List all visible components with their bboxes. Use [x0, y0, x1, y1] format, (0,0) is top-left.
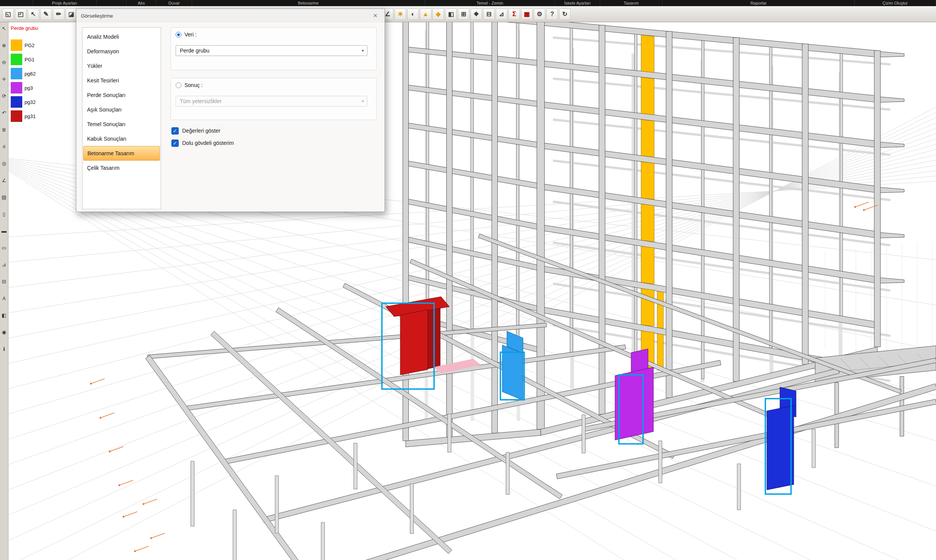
menu-item[interactable]: Çizim Oluştur [855, 0, 936, 6]
paint-icon[interactable]: ◧ [445, 8, 457, 20]
zoom-extents-icon[interactable]: ◱ [2, 8, 14, 20]
bulb-icon[interactable]: ◆ [433, 8, 444, 20]
sonuc-combobox[interactable]: Tüm yetersizlikler ▾ [176, 96, 367, 107]
shade-icon[interactable]: ◐ [407, 8, 419, 20]
checkbox-row-degerleri-goster[interactable]: ✓ Değerleri göster [171, 126, 220, 135]
checkbox-label: Değerleri göster [182, 128, 220, 134]
checkbox-degerleri-goster[interactable]: ✓ [171, 127, 179, 135]
camera-view-icon[interactable]: ◉ [0, 328, 8, 336]
stats-icon[interactable]: Σ [508, 8, 520, 20]
legend-item: pg32 [11, 96, 61, 108]
menu-item[interactable]: İskele Ayarları [555, 0, 600, 6]
warning-icon[interactable]: ▲ [420, 8, 431, 20]
left-toolbar: ↖⊕⊖✛⟳↶≣#◎∠▤▯▬▭⊿⊟A◧◉ℹ [0, 22, 8, 560]
legend-color-swatch [11, 39, 22, 51]
menu-item[interactable]: Temel - Zemin [425, 0, 555, 6]
legend-label: pg62 [25, 71, 36, 77]
wall-tool-icon[interactable]: ▤ [0, 193, 8, 201]
pan-icon[interactable]: ✛ [0, 75, 8, 83]
list-item-perde-sonuclari[interactable]: Perde Sonuçları [83, 88, 160, 102]
close-icon[interactable]: ✕ [370, 11, 380, 20]
help-icon[interactable]: ? [546, 8, 558, 20]
measure-tool-icon[interactable]: ∠ [0, 176, 8, 184]
slab-tool-icon[interactable]: ▭ [0, 244, 8, 251]
beam-tool-icon[interactable]: ▬ [0, 227, 8, 235]
list-item-kabuk-sonuclari[interactable]: Kabuk Sonuçları [83, 131, 160, 146]
list-item-deformasyon[interactable]: Deformasyon [83, 44, 160, 59]
select-tool-icon[interactable]: ↖ [0, 25, 8, 32]
legend-color-swatch [11, 54, 22, 65]
menu-item[interactable]: Raporlar [663, 0, 855, 6]
legend-item: pg31 [11, 110, 61, 122]
list-item-analiz-modeli[interactable]: Analiz Modeli [83, 30, 160, 44]
checkbox-row-dolu-govdeli[interactable]: ✓ Dolu gövdeli gösterim [171, 138, 234, 148]
list-item-temel-sonuclari[interactable]: Temel Sonuçları [83, 117, 160, 131]
layers-panel-icon[interactable]: ≣ [0, 126, 8, 133]
legend-label: pg32 [25, 99, 36, 105]
shear-wall-purple[interactable] [615, 349, 653, 440]
settings-icon[interactable]: ⚙ [534, 8, 545, 20]
right-deck[interactable] [815, 346, 936, 448]
menu-item[interactable]: Proje Ayarları [33, 0, 97, 6]
checkbox-dolu-govdeli-gosterim[interactable]: ✓ [171, 140, 179, 147]
dialog-title: Görselleştirme [81, 13, 370, 19]
menu-item[interactable]: Duvar [156, 0, 192, 6]
select-arrow-icon[interactable]: ↖ [28, 8, 39, 20]
table-icon[interactable]: ▦ [521, 8, 533, 20]
legend-item: pg62 [11, 68, 61, 79]
zoom-window-icon[interactable]: ◰ [15, 8, 26, 20]
legend-item: PG2 [11, 39, 61, 51]
previous-view-icon[interactable]: ↶ [0, 109, 8, 117]
section-tool-icon[interactable]: ⊟ [0, 278, 8, 285]
menu-item[interactable] [97, 0, 127, 6]
veri-radio-row[interactable]: Veri : [176, 31, 197, 38]
text-tool-icon[interactable]: A [0, 294, 8, 302]
list-item-betonarme-tasarim[interactable]: Betonarme Tasarım [83, 146, 160, 161]
check-icon: ✓ [173, 128, 177, 133]
veri-radio[interactable] [176, 32, 181, 38]
shear-wall-group-legend: Perde grubu PG2 PG1 pg62 pg3 pg32 pg31 [11, 25, 61, 125]
render-icon[interactable]: ❖ [470, 8, 482, 20]
zoom-in-icon[interactable]: ⊕ [0, 41, 8, 49]
draw-pencil-icon[interactable]: ✏ [53, 8, 64, 20]
visualization-category-list: Analiz Modeli Deformasyon Yükler Kesit T… [82, 27, 161, 209]
eraser-icon[interactable]: ◪ [66, 8, 77, 20]
orbit-icon[interactable]: ⟳ [0, 92, 8, 100]
refresh-icon[interactable]: ↻ [559, 8, 571, 20]
veri-combobox[interactable]: Perde grubu ▾ [176, 45, 367, 56]
sonuc-radio[interactable] [176, 82, 181, 88]
menubar: Proje AyarlarıAksDuvarBetonarmeTemel - Z… [0, 0, 936, 6]
grid-toggle-icon[interactable]: # [0, 143, 8, 150]
legend-label: pg3 [25, 85, 33, 91]
list-item-kesit-tesirleri[interactable]: Kesit Tesirleri [83, 73, 160, 88]
sonuc-group: Sonuç : Tüm yetersizlikler ▾ [171, 78, 377, 120]
list-item-asik-sonuclari[interactable]: Aşık Sonuçları [83, 102, 160, 117]
menu-item[interactable]: Tasarım [600, 0, 663, 6]
snap-toggle-icon[interactable]: ◎ [0, 159, 8, 167]
axes-icon[interactable]: ⊿ [496, 8, 507, 20]
menu-item[interactable] [0, 0, 33, 6]
check-icon: ✓ [173, 141, 177, 146]
info-icon[interactable]: ℹ [0, 345, 8, 353]
edit-pencil-icon[interactable]: ✎ [40, 8, 52, 20]
column-tool-icon[interactable]: ▯ [0, 210, 8, 218]
legend-label: PG2 [25, 43, 35, 48]
zoom-out-icon[interactable]: ⊖ [0, 58, 8, 66]
sonuc-combobox-value: Tüm yetersizlikler [180, 98, 362, 104]
menu-item[interactable]: Betonarme [192, 0, 425, 6]
legend-color-swatch [11, 68, 22, 79]
paint-tool-icon[interactable]: ◧ [0, 311, 8, 319]
legend-item: pg3 [11, 82, 61, 94]
sonuc-radio-row[interactable]: Sonuç : [176, 82, 202, 88]
list-item-celik-tasarim[interactable]: Çelik Tasarım [83, 161, 160, 175]
sun-icon[interactable]: ☀ [395, 8, 406, 20]
visualization-dialog: Görselleştirme ✕ Analiz Modeli Deformasy… [76, 8, 385, 212]
section-icon[interactable]: ⊟ [483, 8, 495, 20]
veri-label: Veri : [184, 31, 197, 38]
list-item-yukler[interactable]: Yükler [83, 59, 160, 73]
dialog-titlebar[interactable]: Görselleştirme ✕ [76, 9, 385, 23]
camera-icon[interactable]: ⊞ [458, 8, 469, 20]
menu-item[interactable]: Aks [127, 0, 156, 6]
axis-tool-icon[interactable]: ⊿ [0, 261, 8, 268]
checkbox-label: Dolu gövdeli gösterim [182, 140, 234, 146]
